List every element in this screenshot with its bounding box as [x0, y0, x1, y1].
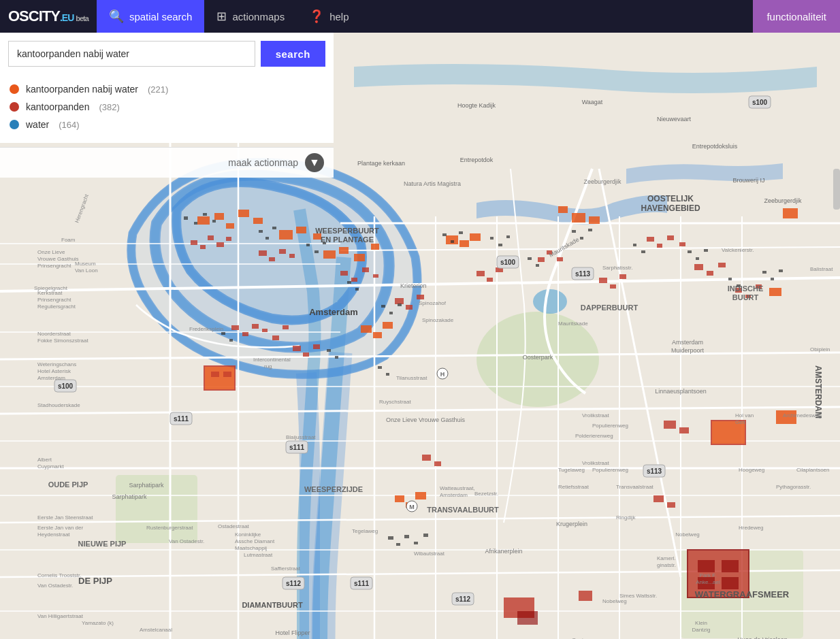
search-input[interactable]: kantoorpanden nabij water: [8, 41, 255, 67]
help-label: help: [329, 11, 349, 22]
nav-help[interactable]: ❓ help: [297, 0, 361, 33]
svg-text:Populierenweg: Populierenweg: [592, 467, 628, 473]
svg-text:NIEUWE PIJP: NIEUWE PIJP: [78, 540, 127, 548]
svg-rect-106: [434, 461, 441, 466]
svg-rect-128: [314, 250, 319, 253]
svg-text:Zeeburgerdjik: Zeeburgerdjik: [583, 178, 621, 185]
svg-text:Stadhouderskade: Stadhouderskade: [37, 402, 80, 408]
svg-text:Muiderpoort: Muiderpoort: [671, 347, 705, 354]
svg-text:Van Ostadestr.: Van Ostadestr.: [37, 583, 73, 589]
svg-text:WEESPERBUURT: WEESPERBUURT: [315, 227, 379, 235]
svg-text:Albert: Albert: [37, 457, 52, 463]
svg-text:Sarphatipark: Sarphatipark: [112, 493, 147, 500]
svg-text:Ostadestraat: Ostadestraat: [218, 523, 250, 529]
svg-text:Yamazato (k): Yamazato (k): [82, 620, 114, 626]
svg-rect-64: [216, 242, 224, 247]
svg-rect-138: [490, 237, 494, 240]
svg-text:Sarphatipark: Sarphatipark: [129, 482, 164, 489]
svg-text:Cilaplantsoen: Cilaplantsoen: [796, 467, 829, 473]
svg-text:Nobelweg: Nobelweg: [675, 531, 700, 538]
svg-text:Nieuwevaart: Nieuwevaart: [657, 116, 692, 122]
svg-text:OUDE PIJP: OUDE PIJP: [48, 480, 88, 489]
svg-rect-70: [340, 271, 348, 276]
svg-rect-114: [698, 560, 715, 572]
nav-actionmaps[interactable]: ⊞ actionmaps: [204, 0, 297, 33]
svg-text:Museum: Museum: [75, 261, 96, 267]
svg-rect-87: [657, 244, 662, 248]
svg-rect-150: [704, 249, 708, 252]
svg-text:Spinozahof: Spinozahof: [419, 300, 447, 306]
svg-text:Onze Lieve: Onze Lieve: [37, 249, 65, 255]
svg-rect-148: [688, 250, 692, 253]
actionmap-arrow[interactable]: ▼: [305, 153, 324, 172]
svg-text:Krugerplein: Krugerplein: [556, 521, 587, 527]
svg-text:Oosterpark: Oosterpark: [523, 354, 553, 361]
svg-text:Saffierstraat: Saffierstraat: [271, 566, 301, 572]
svg-rect-141: [528, 257, 532, 260]
svg-text:s100: s100: [752, 99, 768, 106]
svg-text:Amsterdam: Amsterdam: [37, 375, 65, 381]
svg-rect-73: [373, 274, 378, 278]
svg-rect-121: [194, 222, 197, 225]
svg-text:TRANSVAALBUURT: TRANSVAALBUURT: [427, 506, 499, 514]
svg-rect-62: [200, 245, 206, 249]
svg-text:BUURT: BUURT: [732, 293, 759, 301]
svg-text:s113: s113: [575, 270, 591, 278]
svg-rect-98: [252, 324, 259, 329]
search-icon: 🔍: [109, 9, 124, 24]
svg-rect-75: [406, 305, 413, 310]
svg-rect-42: [371, 244, 379, 250]
result-item[interactable]: kantoorpanden nabij water (221): [10, 80, 324, 98]
svg-rect-126: [272, 227, 276, 229]
svg-rect-84: [610, 284, 616, 289]
result-item[interactable]: water (164): [10, 116, 324, 133]
svg-rect-85: [619, 274, 626, 279]
chevron-down-icon: ▼: [309, 157, 320, 169]
result-name-3: water: [26, 119, 49, 130]
svg-rect-34: [238, 210, 249, 217]
svg-text:Nobelweg: Nobelweg: [602, 598, 627, 604]
svg-rect-139: [498, 244, 502, 246]
svg-rect-108: [517, 611, 538, 625]
svg-text:Hol van: Hol van: [735, 412, 754, 419]
svg-rect-145: [588, 229, 592, 231]
svg-rect-151: [728, 278, 732, 280]
svg-text:Kamerl.: Kamerl.: [657, 555, 676, 561]
svg-text:Afrikanerplein: Afrikanerplein: [485, 548, 522, 555]
svg-rect-40: [339, 247, 349, 254]
spatial-search-label: spatial search: [129, 11, 193, 22]
svg-rect-63: [208, 235, 214, 240]
svg-rect-49: [395, 495, 404, 502]
actionmaps-label: actionmaps: [232, 11, 285, 22]
svg-rect-104: [313, 344, 320, 349]
svg-rect-60: [783, 208, 798, 218]
svg-text:Hotel Asterisk: Hotel Asterisk: [37, 368, 71, 374]
result-item[interactable]: kantoorpanden (382): [10, 98, 324, 116]
nav-functionaliteit[interactable]: functionaliteit: [753, 0, 840, 33]
svg-text:s111: s111: [354, 580, 370, 587]
svg-rect-69: [289, 254, 295, 258]
svg-text:Obiplein: Obiplein: [810, 346, 830, 353]
help-icon: ❓: [309, 9, 324, 24]
svg-rect-91: [707, 271, 713, 276]
svg-rect-154: [771, 278, 774, 280]
svg-rect-118: [664, 421, 676, 429]
svg-text:Populierenweg: Populierenweg: [592, 423, 628, 429]
search-button[interactable]: search: [261, 41, 325, 67]
svg-rect-153: [762, 271, 766, 274]
svg-text:Prinsengracht: Prinsengracht: [37, 263, 71, 269]
svg-text:DE PIJP: DE PIJP: [78, 576, 112, 586]
svg-text:Tilanusstraat: Tilanusstraat: [396, 375, 427, 381]
svg-text:s111: s111: [174, 415, 189, 423]
svg-rect-127: [306, 244, 310, 246]
svg-text:Pythagorasstr.: Pythagorasstr.: [776, 484, 811, 490]
svg-rect-135: [442, 233, 447, 236]
svg-text:s111: s111: [289, 444, 305, 451]
nav-right: functionaliteit: [753, 0, 840, 33]
svg-text:Maatschappij: Maatschappij: [235, 545, 267, 551]
svg-text:Heydenstraat: Heydenstraat: [37, 531, 70, 538]
nav-spatial-search[interactable]: 🔍 spatial search: [97, 0, 205, 33]
svg-rect-130: [347, 281, 351, 284]
svg-text:Noorderstraat: Noorderstraat: [37, 331, 71, 337]
result-dot-blue: [10, 120, 19, 129]
